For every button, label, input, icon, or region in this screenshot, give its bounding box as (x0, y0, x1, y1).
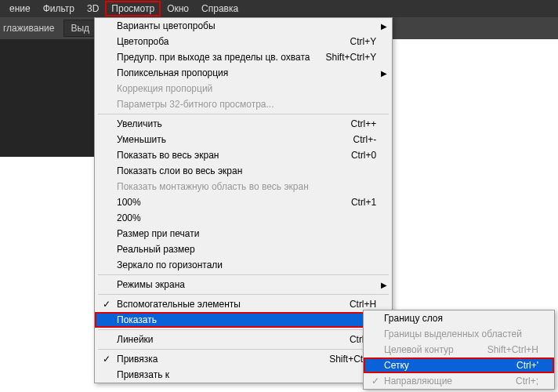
show-submenu-item-2: Целевой контурShift+Ctrl+H (364, 342, 554, 358)
menu-separator (98, 294, 389, 295)
menu-item-label: Увеличить (117, 118, 335, 129)
view-menu-item-2[interactable]: Предупр. при выходе за пределы цв. охват… (95, 49, 392, 65)
view-menu-item-14[interactable]: Размер при печати (95, 226, 392, 241)
menu-item-label: Показать монтажную область во весь экран (117, 181, 376, 192)
view-menu-item-25[interactable]: ✓ПривязкаShift+Ctrl+; (95, 351, 392, 367)
chevron-right-icon: ▶ (381, 281, 387, 289)
menu-item-label: Параметры 32-битного просмотра... (117, 99, 376, 110)
menu-item-label: Линейки (117, 334, 334, 345)
menu-item-label: Реальный размер (117, 244, 376, 255)
menu-item-label: Границы выделенных областей (384, 328, 538, 339)
view-menu-item-16[interactable]: Зеркало по горизонтали (95, 257, 392, 273)
view-menu: Варианты цветопробы▶ЦветопробаCtrl+YПред… (94, 17, 393, 383)
menu-item-label: Показать слои во весь экран (117, 165, 376, 176)
menu-item-shortcut: Ctrl+Y (350, 36, 377, 47)
menu-item-label: Цветопроба (117, 36, 335, 47)
view-menu-item-23[interactable]: ЛинейкиCtrl+R (95, 332, 392, 347)
menu-editing[interactable]: ение (3, 1, 37, 16)
show-submenu-item-4: ✓НаправляющиеCtrl+; (364, 373, 554, 389)
view-menu-item-4: Коррекция пропорций (95, 81, 392, 96)
menu-item-shortcut: Ctrl+- (353, 134, 377, 145)
check-icon: ✓ (103, 354, 111, 365)
view-menu-item-0[interactable]: Варианты цветопробы▶ (95, 18, 392, 34)
menu-separator (98, 274, 389, 275)
menu-item-label: 200% (117, 212, 376, 223)
menu-item-label: Направляющие (384, 376, 500, 387)
view-menu-item-26[interactable]: Привязать к▶ (95, 367, 392, 383)
menu-item-label: Размер при печати (117, 228, 376, 239)
view-menu-item-12[interactable]: 100%Ctrl+1 (95, 194, 392, 210)
view-menu-item-3[interactable]: Попиксельная пропорция▶ (95, 65, 392, 81)
menu-separator (98, 349, 389, 350)
toolbar-select-button[interactable]: Выд (63, 20, 96, 37)
menu-item-shortcut: Ctrl++ (351, 118, 377, 129)
view-menu-item-1[interactable]: ЦветопробаCtrl+Y (95, 34, 392, 49)
menu-item-label: 100% (117, 197, 335, 208)
menu-item-label: Попиксельная пропорция (117, 67, 376, 78)
chevron-right-icon: ▶ (381, 22, 387, 31)
view-menu-item-8[interactable]: УменьшитьCtrl+- (95, 132, 392, 147)
menu-item-shortcut: Shift+Ctrl+Y (326, 52, 377, 63)
menubar: ение Фильтр 3D Просмотр Окно Справка (0, 0, 558, 17)
menu-separator (98, 329, 389, 330)
menu-item-label: Зеркало по горизонтали (117, 260, 376, 270)
chevron-right-icon: ▶ (381, 69, 387, 78)
view-menu-item-21[interactable]: Показать▶ (95, 312, 392, 328)
menu-item-label: Целевой контур (384, 344, 472, 355)
menu-item-label: Сетку (384, 360, 501, 371)
view-menu-item-20[interactable]: ✓Вспомогательные элементыCtrl+H (95, 296, 392, 312)
check-icon: ✓ (103, 299, 111, 310)
menu-item-label: Привязать к (117, 369, 376, 380)
menu-3d[interactable]: 3D (81, 1, 105, 16)
menu-item-label: Границу слоя (384, 313, 538, 324)
menu-item-shortcut: Ctrl+' (516, 360, 538, 371)
view-menu-item-10[interactable]: Показать слои во весь экран (95, 163, 392, 179)
show-submenu: Границу слояГраницы выделенных областейЦ… (363, 310, 555, 390)
check-icon: ✓ (371, 376, 379, 387)
menu-item-label: Вспомогательные элементы (117, 299, 334, 310)
menu-item-label: Коррекция пропорций (117, 83, 376, 94)
menu-filter[interactable]: Фильтр (37, 1, 81, 16)
menu-help[interactable]: Справка (195, 1, 245, 16)
menu-item-shortcut: Ctrl+H (350, 299, 376, 310)
menu-item-label: Привязка (117, 354, 313, 365)
view-menu-item-11: Показать монтажную область во весь экран (95, 179, 392, 194)
menu-item-shortcut: Ctrl+; (516, 376, 538, 387)
show-submenu-item-3[interactable]: СеткуCtrl+' (364, 358, 554, 373)
view-menu-item-5: Параметры 32-битного просмотра... (95, 96, 392, 112)
view-menu-item-18[interactable]: Режимы экрана▶ (95, 277, 392, 292)
menu-item-label: Предупр. при выходе за пределы цв. охват… (117, 52, 310, 63)
view-menu-item-15[interactable]: Реальный размер (95, 241, 392, 257)
menu-item-label: Режимы экрана (117, 279, 376, 290)
view-menu-item-13[interactable]: 200% (95, 210, 392, 226)
view-menu-item-9[interactable]: Показать во весь экранCtrl+0 (95, 147, 392, 163)
menu-separator (98, 114, 389, 114)
menu-item-label: Варианты цветопробы (117, 20, 376, 31)
show-submenu-item-0[interactable]: Границу слоя (364, 310, 554, 326)
menu-item-label: Показать (117, 314, 376, 325)
view-menu-item-7[interactable]: УвеличитьCtrl++ (95, 116, 392, 132)
menu-item-shortcut: Ctrl+0 (351, 150, 376, 161)
menu-item-label: Уменьшить (117, 134, 338, 145)
menu-item-label: Показать во весь экран (117, 150, 335, 161)
canvas-dark-area (0, 39, 94, 157)
menu-item-shortcut: Shift+Ctrl+H (487, 344, 538, 355)
menu-window[interactable]: Окно (161, 1, 195, 16)
show-submenu-item-1: Границы выделенных областей (364, 326, 554, 342)
toolbar-smoothing-label: глаживание (3, 23, 54, 34)
menu-item-shortcut: Ctrl+1 (351, 197, 376, 208)
menu-view[interactable]: Просмотр (105, 1, 161, 16)
